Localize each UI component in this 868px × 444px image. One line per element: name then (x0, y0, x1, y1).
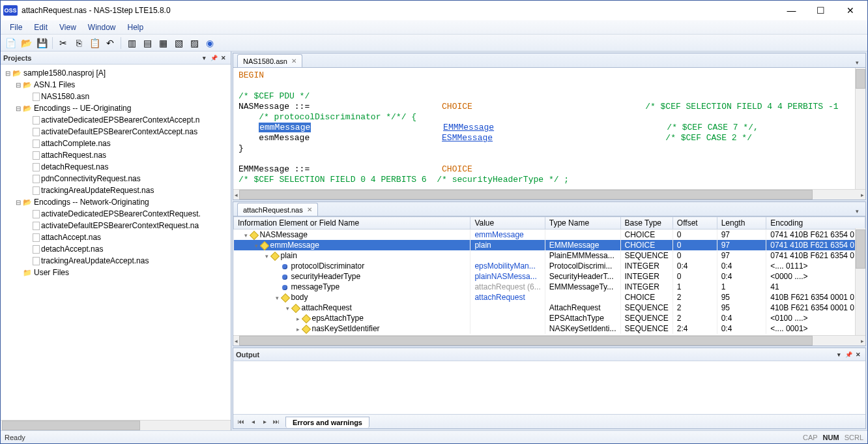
help-icon[interactable]: ◉ (203, 36, 217, 50)
table-row[interactable]: ▾bodyattachRequestCHOICE295410B F621 635… (234, 292, 865, 303)
message-detail-panel: attachRequest.nas ✕ ▾ Information Elemen… (233, 201, 866, 346)
editor-tab[interactable]: NAS1580.asn ✕ (237, 54, 302, 67)
col-length[interactable]: Length (717, 217, 766, 229)
table-row[interactable]: protocolDiscriminatorepsMobilityMan...Pr… (234, 261, 865, 271)
nav-next-icon[interactable]: ▸ (259, 417, 270, 427)
paste-icon[interactable]: 📋 (87, 36, 102, 50)
panel-pin-icon[interactable]: 📌 (844, 350, 853, 359)
tool-icon[interactable]: ▤ (140, 36, 154, 50)
tool-icon[interactable]: ▧ (171, 36, 186, 50)
output-body[interactable] (233, 361, 865, 414)
close-tab-icon[interactable]: ✕ (291, 57, 297, 65)
undo-icon[interactable]: ↶ (103, 36, 117, 50)
tabstrip-dropdown-icon[interactable]: ▾ (852, 58, 861, 67)
table-row[interactable]: ▾plainPlainEMMMessa...SEQUENCE0970741 41… (234, 250, 865, 261)
output-panel-title: Output (236, 351, 259, 359)
copy-icon[interactable]: ⎘ (72, 36, 86, 50)
code-editor: NAS1580.asn ✕ ▾ BEGIN /* $CEF PDU */ NAS… (233, 53, 866, 200)
maximize-button[interactable]: ☐ (806, 1, 835, 20)
table-row[interactable]: messageTypeattachRequest (6...EMMMessage… (234, 282, 865, 292)
projects-panel-header: Projects ▾ 📌 ✕ (1, 52, 231, 65)
menubar: File Edit View Window Help (1, 20, 867, 35)
col-base[interactable]: Base Type (620, 217, 673, 229)
table-row[interactable]: securityHeaderTypeplainNASMessa...Securi… (234, 271, 865, 282)
menu-help[interactable]: Help (123, 22, 149, 33)
tool-icon[interactable]: ▨ (187, 36, 201, 50)
minimize-button[interactable]: — (777, 1, 806, 20)
tree-item[interactable]: detachRequest.nas (1, 161, 231, 173)
table-row[interactable]: ▸epsAttachTypeEPSAttachTypeSEQUENCE20:4<… (234, 313, 865, 323)
tool-icon[interactable]: ▦ (156, 36, 170, 50)
tree-item[interactable]: attachRequest.nas (1, 149, 231, 161)
titlebar: OSS attachRequest.nas - NAS-1Step LTE15.… (1, 1, 867, 20)
msg-horizontal-scrollbar[interactable]: ◂ ▸ (233, 335, 865, 346)
tree-item[interactable]: activateDefaultEPSBearerContextRequest.n… (1, 220, 231, 231)
panel-pin-icon[interactable]: 📌 (209, 53, 218, 63)
tree-item[interactable]: activateDefaultEPSBearerContextAccept.na… (1, 126, 231, 138)
tree-item[interactable]: pdnConnectivityRequest.nas (1, 173, 231, 185)
col-value[interactable]: Value (470, 217, 545, 229)
tree-item[interactable]: trackingAreaUpdateRequest.nas (1, 185, 231, 196)
tree-item[interactable]: activateDedicatedEPSBearerContextRequest… (1, 208, 231, 220)
menu-view[interactable]: View (54, 22, 81, 33)
tree-item[interactable]: NAS1580.asn (1, 91, 231, 102)
open-file-icon[interactable]: 📂 (19, 36, 33, 50)
menu-file[interactable]: File (5, 22, 27, 33)
editor-tabstrip: NAS1580.asn ✕ ▾ (233, 53, 865, 68)
tree-item[interactable]: activateDedicatedEPSBearerContextAccept.… (1, 114, 231, 126)
status-text: Ready (5, 434, 25, 441)
toolbar-separator (52, 37, 53, 49)
tree-item[interactable]: ⊟📂ASN.1 Files (1, 79, 231, 91)
window-title: attachRequest.nas - NAS-1Step LTE15.8.0 (22, 6, 777, 15)
tree-item[interactable]: 📁User Files (1, 267, 231, 278)
table-row[interactable]: ▾attachRequestAttachRequestSEQUENCE29541… (234, 303, 865, 313)
status-num: NUM (823, 434, 839, 441)
nav-last-icon[interactable]: ⏭ (271, 417, 282, 427)
col-type[interactable]: Type Name (545, 217, 620, 229)
projects-tree[interactable]: ⊟📂sample1580.nasproj [A]⊟📂ASN.1 FilesNAS… (1, 65, 231, 420)
output-panel: Output ▾ 📌 ✕ ⏮ ◂ ▸ ⏭ Errors and warnings (233, 348, 866, 429)
table-row[interactable]: ▾emmMessageplainEMMMessageCHOICE0970741 … (234, 240, 865, 250)
menu-edit[interactable]: Edit (29, 22, 53, 33)
tabstrip-dropdown-icon[interactable]: ▾ (852, 207, 861, 216)
msg-grid[interactable]: Information Element or Field Name Value … (233, 216, 865, 335)
tree-item[interactable]: detachAccept.nas (1, 243, 231, 255)
tree-item[interactable]: ⊟📂Encodings -- Network-Originating (1, 196, 231, 208)
editor-vertical-scrollbar[interactable] (855, 68, 865, 189)
msg-tab-label: attachRequest.nas (243, 206, 303, 214)
col-offset[interactable]: Offset (673, 217, 717, 229)
status-cap: CAP (803, 434, 818, 441)
panel-menu-icon[interactable]: ▾ (199, 53, 209, 63)
tool-icon[interactable]: ▥ (124, 36, 139, 50)
app-logo-icon: OSS (3, 5, 18, 16)
nav-first-icon[interactable]: ⏮ (236, 417, 246, 427)
msg-vertical-scrollbar[interactable] (855, 228, 865, 335)
editor-horizontal-scrollbar[interactable]: ◂ ▸ (233, 189, 865, 200)
tree-horizontal-scrollbar[interactable] (1, 420, 231, 430)
output-panel-header: Output ▾ 📌 ✕ (233, 348, 865, 361)
table-row[interactable]: ▸nasKeySetIdentifierNASKeySetIdenti...SE… (234, 323, 865, 334)
save-icon[interactable]: 💾 (35, 36, 49, 50)
menu-window[interactable]: Window (83, 22, 121, 33)
tree-item[interactable]: trackingAreaUpdateAccept.nas (1, 255, 231, 267)
tree-item[interactable]: ⊟📂sample1580.nasproj [A] (1, 67, 231, 79)
tree-item[interactable]: ⊟📂Encodings -- UE-Originating (1, 102, 231, 114)
table-row[interactable]: ▾NASMessageemmMessageCHOICE0970741 410B … (234, 229, 865, 241)
code-area[interactable]: BEGIN /* $CEF PDU */ NASMessage ::= CHOI… (233, 68, 865, 189)
panel-close-icon[interactable]: ✕ (219, 53, 228, 63)
grid-header-row: Information Element or Field Name Value … (234, 217, 865, 229)
close-tab-icon[interactable]: ✕ (307, 206, 312, 213)
new-file-icon[interactable]: 📄 (3, 36, 18, 50)
panel-menu-icon[interactable]: ▾ (834, 350, 843, 359)
cut-icon[interactable]: ✂ (56, 36, 70, 50)
statusbar: Ready CAP NUM SCRL (1, 430, 867, 443)
msg-tab[interactable]: attachRequest.nas ✕ (237, 203, 318, 216)
col-name[interactable]: Information Element or Field Name (234, 217, 470, 229)
col-encoding[interactable]: Encoding (766, 217, 865, 229)
close-button[interactable]: ✕ (835, 1, 865, 20)
output-tab-errors[interactable]: Errors and warnings (285, 417, 369, 428)
panel-close-icon[interactable]: ✕ (854, 350, 863, 359)
nav-prev-icon[interactable]: ◂ (248, 417, 258, 427)
tree-item[interactable]: attachComplete.nas (1, 138, 231, 149)
tree-item[interactable]: attachAccept.nas (1, 231, 231, 243)
